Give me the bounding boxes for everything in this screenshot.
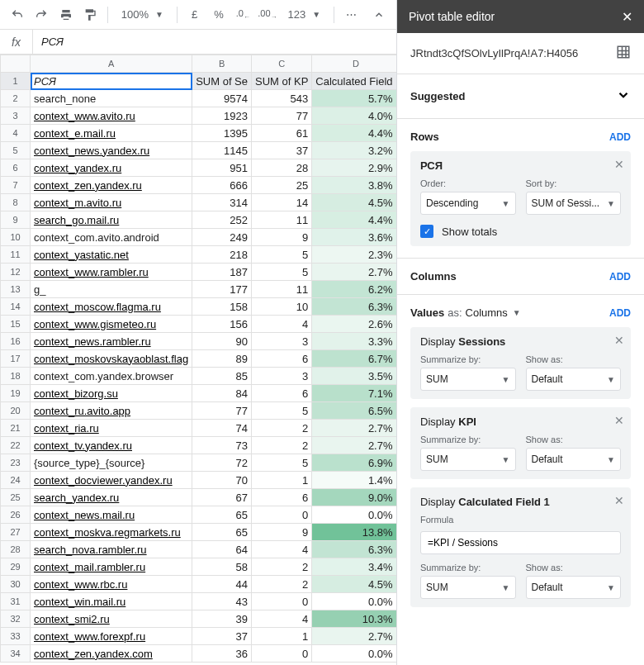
col-header[interactable]: C — [252, 55, 312, 73]
cell[interactable]: context_zen.yandex.com — [31, 645, 192, 663]
cell[interactable]: context_moskva.regmarkets.ru — [31, 524, 192, 541]
row-header[interactable]: 31 — [1, 593, 31, 610]
show-totals-checkbox[interactable]: ✓ Show totals — [420, 225, 621, 238]
cell[interactable]: g_ — [31, 281, 192, 298]
cell[interactable]: 74 — [192, 420, 252, 437]
select-range-icon[interactable] — [616, 45, 631, 62]
sortby-select[interactable]: SUM of Sessi...▼ — [526, 192, 622, 215]
row-header[interactable]: 15 — [1, 316, 31, 333]
collapse-toolbar-button[interactable] — [369, 3, 390, 26]
paint-format-button[interactable] — [79, 3, 100, 26]
select-all[interactable] — [1, 55, 31, 73]
row-header[interactable]: 1 — [1, 73, 31, 90]
cell[interactable]: 951 — [192, 159, 252, 177]
cell[interactable]: 187 — [192, 264, 252, 281]
cell[interactable]: context_www.avito.ru — [31, 107, 192, 125]
cell[interactable]: 1145 — [192, 142, 252, 159]
spreadsheet-grid[interactable]: A B C D 1РСЯSUM of SeSUM of KPCalculated… — [0, 55, 396, 665]
cell[interactable]: 3 — [252, 368, 312, 385]
cell[interactable]: 0.0% — [312, 645, 396, 663]
zoom-select[interactable]: 100%▼ — [115, 8, 170, 21]
cell[interactable]: 2.6% — [312, 316, 396, 333]
row-header[interactable]: 5 — [1, 142, 31, 159]
cell[interactable]: 2 — [252, 420, 312, 437]
cell[interactable]: context_ria.ru — [31, 420, 192, 437]
decrease-decimal-button[interactable]: .0← — [233, 3, 253, 26]
cell[interactable]: 65 — [192, 506, 252, 524]
cell[interactable]: 11 — [252, 281, 312, 298]
redo-button[interactable] — [31, 3, 51, 26]
cell[interactable]: 14 — [252, 194, 312, 211]
summarize-select[interactable]: SUM▼ — [420, 448, 516, 471]
cell[interactable]: search_go.mail.ru — [31, 211, 192, 229]
row-header[interactable]: 10 — [1, 229, 31, 246]
add-rows-button[interactable]: ADD — [609, 131, 631, 143]
cell[interactable]: 43 — [192, 593, 252, 610]
formula-value[interactable]: РСЯ — [33, 36, 72, 48]
cell[interactable]: context_news.yandex.ru — [31, 142, 192, 159]
row-header[interactable]: 26 — [1, 506, 31, 524]
cell[interactable]: 4 — [252, 316, 312, 333]
cell[interactable]: {source_type}_{source} — [31, 454, 192, 472]
cell[interactable]: 4 — [252, 541, 312, 558]
cell[interactable]: 1923 — [192, 107, 252, 125]
cell[interactable]: 5.7% — [312, 90, 396, 107]
cell[interactable]: 11 — [252, 211, 312, 229]
cell[interactable]: context_news.rambler.ru — [31, 333, 192, 350]
print-button[interactable] — [55, 3, 76, 26]
row-header[interactable]: 13 — [1, 281, 31, 298]
more-button[interactable]: ⋯ — [341, 3, 362, 26]
cell[interactable]: 2.7% — [312, 437, 396, 454]
row-header[interactable]: 34 — [1, 645, 31, 663]
cell[interactable]: Calculated Field — [312, 73, 396, 90]
suggested-toggle[interactable]: Suggested — [397, 74, 644, 119]
row-header[interactable]: 18 — [1, 368, 31, 385]
remove-icon[interactable]: ✕ — [614, 158, 624, 171]
cell[interactable]: 89 — [192, 350, 252, 368]
row-header[interactable]: 20 — [1, 402, 31, 420]
cell[interactable]: 2.7% — [312, 628, 396, 645]
cell[interactable]: 4.0% — [312, 107, 396, 125]
order-select[interactable]: Descending▼ — [420, 192, 516, 215]
cell[interactable]: context_mail.rambler.ru — [31, 558, 192, 576]
cell[interactable]: 5 — [252, 402, 312, 420]
cell[interactable]: 77 — [252, 107, 312, 125]
row-header[interactable]: 24 — [1, 472, 31, 489]
cell[interactable]: 37 — [192, 628, 252, 645]
cell[interactable]: 1 — [252, 472, 312, 489]
cell[interactable]: 4 — [252, 610, 312, 628]
cell[interactable]: 9.0% — [312, 489, 396, 506]
cell[interactable]: 3.3% — [312, 333, 396, 350]
cell[interactable]: 1 — [252, 628, 312, 645]
cell[interactable]: context_www.rambler.ru — [31, 264, 192, 281]
cell[interactable]: 6.3% — [312, 541, 396, 558]
cell[interactable]: 3.4% — [312, 558, 396, 576]
cell[interactable]: context_www.gismeteo.ru — [31, 316, 192, 333]
cell[interactable]: 9574 — [192, 90, 252, 107]
row-header[interactable]: 19 — [1, 385, 31, 402]
row-header[interactable]: 3 — [1, 107, 31, 125]
cell[interactable]: 543 — [252, 90, 312, 107]
cell[interactable]: 3.2% — [312, 142, 396, 159]
cell[interactable]: SUM of KP — [252, 73, 312, 90]
cell[interactable]: context_tv.yandex.ru — [31, 437, 192, 454]
cell[interactable]: context_moscow.flagma.ru — [31, 298, 192, 316]
cell[interactable]: context_moskovskayaoblast.flag — [31, 350, 192, 368]
row-header[interactable]: 21 — [1, 420, 31, 437]
cell[interactable]: 2.7% — [312, 420, 396, 437]
cell[interactable]: context_com.avito.android — [31, 229, 192, 246]
cell[interactable]: search_yandex.ru — [31, 489, 192, 506]
col-header[interactable]: A — [31, 55, 192, 73]
cell[interactable]: 67 — [192, 489, 252, 506]
row-header[interactable]: 2 — [1, 90, 31, 107]
cell[interactable]: 249 — [192, 229, 252, 246]
row-header[interactable]: 16 — [1, 333, 31, 350]
cell[interactable]: 3 — [252, 333, 312, 350]
cell[interactable]: context_zen.yandex.ru — [31, 177, 192, 194]
cell[interactable]: context_ru.avito.app — [31, 402, 192, 420]
cell[interactable]: 84 — [192, 385, 252, 402]
cell[interactable]: context_bizorg.su — [31, 385, 192, 402]
cell[interactable]: 39 — [192, 610, 252, 628]
cell[interactable]: 13.8% — [312, 524, 396, 541]
row-header[interactable]: 32 — [1, 610, 31, 628]
